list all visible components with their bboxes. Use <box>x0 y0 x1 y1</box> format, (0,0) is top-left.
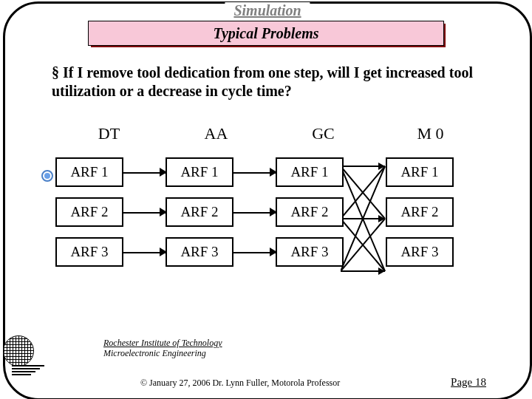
node: ARF 1 <box>55 157 123 187</box>
node: ARF 3 <box>386 237 454 267</box>
page-title: Simulation <box>225 2 310 19</box>
table-row: ARF 3 ARF 3 ARF 3 ARF 3 <box>55 232 484 272</box>
col-header: GC <box>270 124 377 143</box>
subtitle-text: Typical Problems <box>88 21 444 46</box>
node: ARF 2 <box>386 197 454 227</box>
node: ARF 1 <box>276 157 344 187</box>
rit-logo-icon <box>3 335 44 377</box>
crossover-icon <box>341 159 389 279</box>
node: ARF 3 <box>55 237 123 267</box>
flow-diagram: DT AA GC M 0 ARF 1 ARF 1 ARF 1 ARF 1 ARF… <box>55 124 484 272</box>
col-header: DT <box>55 124 163 143</box>
inst-line1: Rochester Institute of Technology <box>103 338 222 349</box>
table-row: ARF 2 ARF 2 ARF 2 <box>55 192 484 232</box>
node: ARF 2 <box>276 197 344 227</box>
copyright-text: © January 27, 2006 Dr. Lynn Fuller, Moto… <box>140 378 340 389</box>
subtitle-banner: Typical Problems <box>88 21 444 46</box>
node: ARF 3 <box>166 237 233 267</box>
node: ARF 1 <box>166 157 233 187</box>
inst-line2: Microelectronic Engineering <box>103 349 222 359</box>
node: ARF 2 <box>55 197 123 227</box>
institution-text: Rochester Institute of Technology Microe… <box>103 338 222 359</box>
node: ARF 3 <box>276 237 344 267</box>
col-header: AA <box>163 124 270 143</box>
node: ARF 1 <box>386 157 454 187</box>
list-bullet-icon <box>41 170 53 182</box>
table-row: ARF 1 ARF 1 ARF 1 ARF 1 <box>55 152 484 192</box>
bullet-glyph: § <box>52 64 59 81</box>
page-number: Page 18 <box>451 376 486 389</box>
svg-marker-10 <box>378 215 385 222</box>
question-body: If I remove tool dedication from one ste… <box>52 64 473 99</box>
question-text: § If I remove tool dedication from one s… <box>52 64 502 100</box>
col-header: M 0 <box>377 124 484 143</box>
node: ARF 2 <box>166 197 233 227</box>
